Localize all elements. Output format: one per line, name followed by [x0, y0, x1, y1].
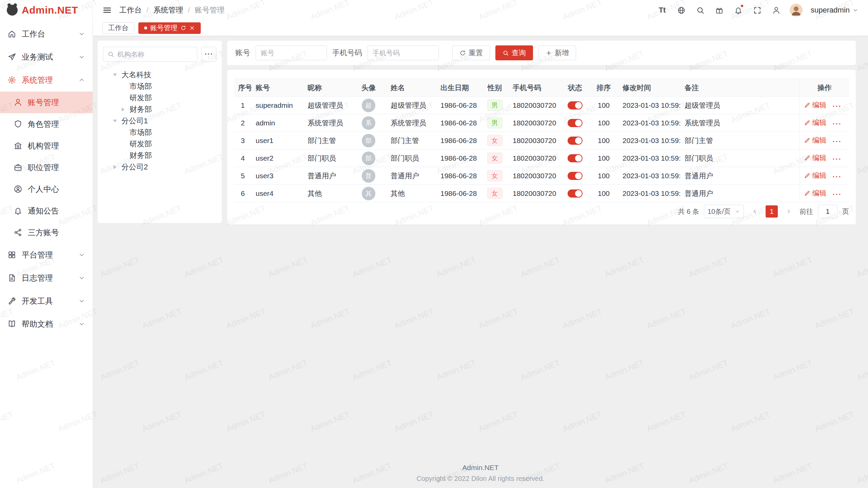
more-actions-button[interactable]: ··· [833, 137, 842, 145]
sidebar-item-third-party-account[interactable]: 三方账号 [0, 222, 93, 243]
tab-account-management[interactable]: 账号管理 [138, 22, 201, 34]
tree-more-button[interactable]: ··· [201, 47, 216, 62]
gender-badge: 男 [487, 100, 502, 111]
edit-button[interactable]: 编辑 [804, 100, 827, 110]
role-icon [14, 120, 22, 128]
search-button[interactable]: 查询 [495, 45, 533, 60]
user-menu[interactable]: superadmin [811, 6, 859, 15]
sidebar-item-label: 机构管理 [28, 141, 85, 151]
sidebar-item-label: 业务测试 [22, 52, 73, 62]
cell-remark: 普通用户 [680, 167, 800, 185]
status-toggle[interactable] [568, 189, 583, 198]
more-actions-button[interactable]: ··· [833, 102, 842, 110]
caret-down-icon[interactable] [113, 74, 117, 76]
phone-input[interactable] [368, 45, 439, 60]
sidebar-item-account-management[interactable]: 账号管理 [0, 92, 93, 113]
refresh-icon[interactable] [180, 25, 186, 31]
next-page-button[interactable] [783, 205, 795, 218]
status-toggle[interactable] [568, 101, 583, 109]
app-logo[interactable]: Admin.NET [0, 0, 93, 20]
col-birth: 出生日期 [436, 79, 481, 97]
tab-workbench[interactable]: 工作台 [102, 22, 134, 34]
username: superadmin [811, 6, 850, 15]
sidebar-item-system-management[interactable]: 系统管理 [0, 68, 93, 92]
edit-button[interactable]: 编辑 [804, 136, 827, 145]
cell-remark: 超级管理员 [680, 97, 800, 114]
edit-button[interactable]: 编辑 [804, 153, 827, 163]
sidebar-item-notice[interactable]: 通知公告 [0, 200, 93, 222]
tree-node-dept[interactable]: 研发部 [103, 138, 216, 150]
sidebar-item-position-management[interactable]: 职位管理 [0, 157, 93, 178]
tree-node-dept[interactable]: 市场部 [103, 127, 216, 138]
more-actions-button[interactable]: ··· [833, 155, 842, 163]
tree-node-dept[interactable]: 财务部 [103, 150, 216, 161]
sidebar-item-label: 三方账号 [28, 227, 85, 238]
tree-node-dept[interactable]: 财务部 [103, 104, 216, 115]
page-footer: Admin.NET Copyright © 2022 Dilon All rig… [93, 464, 868, 483]
avatar: 部 [362, 134, 375, 147]
breadcrumb-item[interactable]: 系统管理 [153, 5, 183, 15]
sidebar: Admin.NET 工作台 业务测试 系统管理 账号管理 [0, 0, 93, 488]
tree-node-label: 研发部 [130, 139, 152, 149]
status-toggle[interactable] [568, 172, 583, 180]
fullscreen-icon[interactable] [752, 5, 763, 16]
edit-button[interactable]: 编辑 [804, 171, 827, 180]
sidebar-item-org-management[interactable]: 机构管理 [0, 135, 93, 157]
tree-node-branch[interactable]: 分公司1 [103, 115, 216, 127]
status-toggle[interactable] [568, 119, 583, 127]
status-toggle[interactable] [568, 154, 583, 162]
search-icon [502, 50, 509, 56]
menu-collapse-button[interactable] [102, 5, 112, 15]
col-avatar: 头像 [351, 79, 387, 97]
org-search-input[interactable] [117, 50, 193, 58]
sidebar-item-role-management[interactable]: 角色管理 [0, 113, 93, 135]
sidebar-item-personal-center[interactable]: 个人中心 [0, 178, 93, 200]
page-size-select[interactable]: 10条/页 [704, 205, 744, 218]
more-actions-button[interactable]: ··· [833, 172, 842, 180]
reset-button[interactable]: 重置 [452, 45, 490, 60]
font-size-icon[interactable]: Tt [657, 5, 668, 16]
tree-node-branch[interactable]: 分公司2 [103, 161, 216, 173]
tree-node-company[interactable]: 大名科技 [103, 69, 216, 81]
cell-phone: 18020030720 [509, 97, 561, 114]
caret-down-icon[interactable] [113, 120, 117, 122]
prev-page-button[interactable] [749, 205, 761, 218]
edit-button[interactable]: 编辑 [804, 188, 827, 198]
edit-button[interactable]: 编辑 [804, 118, 827, 127]
globe-icon[interactable] [676, 5, 687, 16]
search-icon[interactable] [695, 5, 706, 16]
user-settings-icon[interactable] [771, 5, 782, 16]
page-content: ··· 大名科技 市场部 研发部 财务部 分公司1 市场部 研发部 财务部 分公… [93, 36, 868, 488]
breadcrumb-item[interactable]: 工作台 [119, 5, 142, 15]
add-button[interactable]: 新增 [538, 45, 576, 60]
notification-bell-icon[interactable] [733, 5, 744, 16]
current-page-button[interactable]: 1 [766, 205, 778, 218]
tree-node-dept[interactable]: 市场部 [103, 81, 216, 92]
goto-page-input[interactable] [818, 205, 837, 218]
caret-right-icon[interactable] [114, 165, 116, 169]
sidebar-item-help-docs[interactable]: 帮助文档 [0, 312, 93, 336]
sidebar-item-label: 通知公告 [28, 206, 85, 216]
account-input[interactable] [256, 45, 327, 60]
logo-text: Admin.NET [22, 4, 78, 16]
sidebar-item-platform-management[interactable]: 平台管理 [0, 243, 93, 266]
close-icon[interactable] [189, 25, 195, 31]
more-actions-button[interactable]: ··· [833, 120, 842, 127]
cell-remark: 部门职员 [680, 149, 800, 167]
gift-icon[interactable] [714, 5, 725, 16]
cell-sort: 100 [589, 167, 618, 185]
more-actions-button[interactable]: ··· [833, 190, 842, 198]
sidebar-item-dev-tools[interactable]: 开发工具 [0, 289, 93, 312]
user-avatar[interactable] [790, 4, 803, 17]
grid-icon [7, 250, 16, 259]
tree-node-dept[interactable]: 研发部 [103, 92, 216, 104]
caret-right-icon[interactable] [122, 107, 124, 111]
status-toggle[interactable] [568, 137, 583, 145]
cell-index: 3 [234, 132, 252, 149]
table-row: 4 user2 部门职员 部 部门职员 1986-06-28 女 1802003… [234, 149, 849, 167]
sidebar-item-workbench[interactable]: 工作台 [0, 22, 93, 45]
cell-index: 4 [234, 149, 252, 167]
chevron-down-icon [78, 251, 85, 258]
sidebar-item-business-test[interactable]: 业务测试 [0, 45, 93, 68]
sidebar-item-log-management[interactable]: 日志管理 [0, 266, 93, 289]
